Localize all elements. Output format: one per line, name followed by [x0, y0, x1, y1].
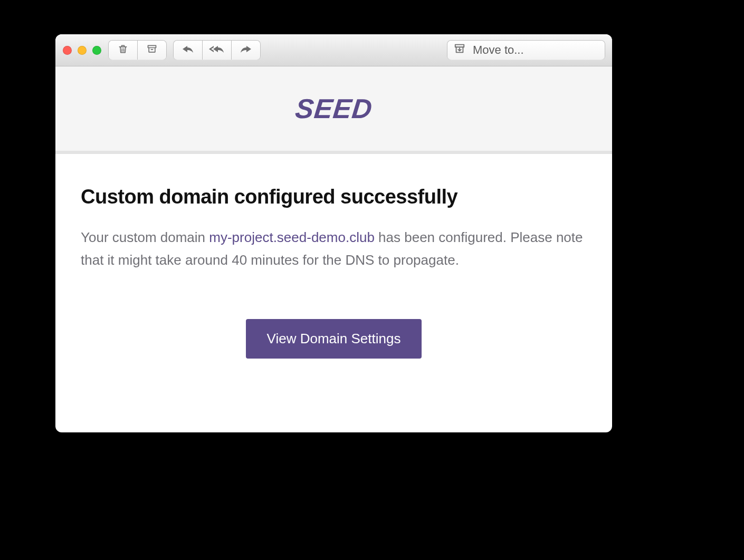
mail-window: Move to... SEED Custom domain configured…	[55, 34, 612, 432]
email-body-pre: Your custom domain	[81, 229, 209, 245]
email-content: Custom domain configured successfully Yo…	[55, 154, 612, 359]
archive-button[interactable]	[137, 41, 166, 60]
minimize-window-button[interactable]	[78, 46, 87, 55]
forward-icon	[240, 44, 252, 56]
email-logo-header: SEED	[55, 66, 612, 154]
reply-all-icon	[209, 44, 225, 56]
window-controls	[63, 46, 101, 55]
move-to-icon	[454, 43, 465, 57]
delete-group	[109, 41, 166, 60]
email-body: Your custom domain my-project.seed-demo.…	[81, 226, 587, 272]
reply-group	[174, 41, 260, 60]
archive-icon	[146, 44, 158, 56]
custom-domain-link[interactable]: my-project.seed-demo.club	[209, 229, 375, 245]
reply-all-button[interactable]	[202, 41, 231, 60]
forward-button[interactable]	[231, 41, 260, 60]
reply-icon	[182, 44, 194, 56]
move-to-button[interactable]: Move to...	[447, 41, 605, 60]
seed-logo: SEED	[294, 93, 374, 124]
titlebar: Move to...	[55, 34, 612, 66]
trash-icon	[118, 43, 128, 57]
move-to-label: Move to...	[473, 43, 524, 57]
svg-rect-0	[148, 45, 156, 47]
email-heading: Custom domain configured successfully	[81, 186, 587, 208]
zoom-window-button[interactable]	[92, 46, 101, 55]
view-domain-settings-button[interactable]: View Domain Settings	[246, 319, 422, 359]
close-window-button[interactable]	[63, 46, 72, 55]
delete-button[interactable]	[109, 41, 137, 60]
svg-rect-1	[455, 45, 464, 47]
reply-button[interactable]	[174, 41, 202, 60]
